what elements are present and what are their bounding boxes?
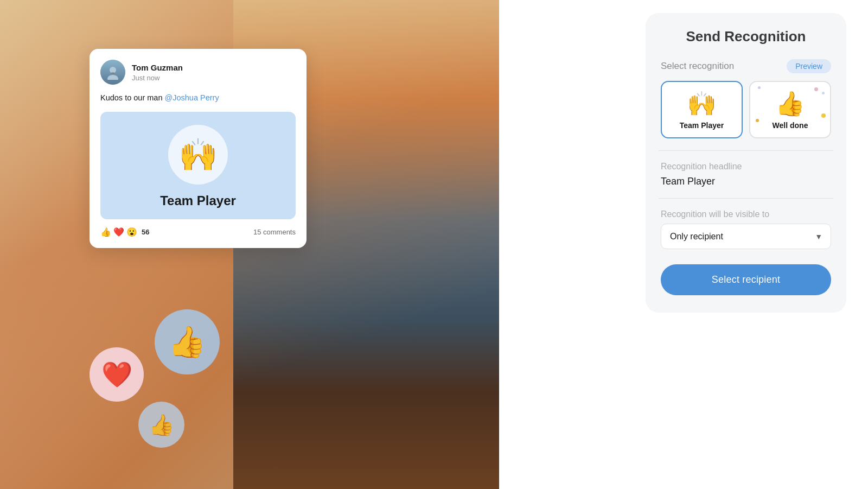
headline-label: Recognition headline — [661, 162, 831, 172]
select-recipient-button[interactable]: Select recipient — [661, 264, 831, 295]
team-player-emoji: 🙌 — [687, 92, 717, 116]
recognition-options: 🙌 Team Player 👍 Well done — [661, 81, 831, 138]
floating-thumbs-small: 👍 — [138, 402, 184, 448]
mention-link[interactable]: @Joshua Perry — [165, 93, 219, 102]
visibility-dropdown[interactable]: Only recipient Everyone Team only — [661, 224, 831, 249]
thumbs-large-icon: 👍 — [168, 324, 206, 360]
well-done-emoji: 👍 — [775, 92, 805, 116]
comments-link[interactable]: 15 comments — [253, 228, 296, 236]
card-message: Kudos to our man @Joshua Perry — [100, 92, 296, 104]
card-time: Just now — [132, 74, 183, 82]
select-recognition-header: Select recognition Preview — [661, 59, 831, 73]
avatar — [100, 60, 125, 85]
send-recognition-panel: Send Recognition Select recognition Prev… — [646, 13, 846, 313]
heart-reaction-icon: ❤️ — [113, 227, 124, 237]
heart-icon: ❤️ — [101, 360, 132, 389]
card-message-text: Kudos to our man — [100, 93, 162, 102]
banner-title: Team Player — [160, 193, 236, 208]
floating-heart: ❤️ — [90, 347, 144, 402]
card-footer: 👍 ❤️ 😮 56 15 comments — [100, 227, 296, 237]
team-player-label: Team Player — [680, 121, 724, 130]
recognition-option-well-done[interactable]: 👍 Well done — [749, 81, 831, 138]
banner-circle: 🙌 — [168, 125, 228, 185]
reactions: 👍 ❤️ 😮 56 — [100, 227, 149, 237]
select-recognition-label: Select recognition — [661, 61, 734, 72]
divider-2 — [659, 198, 833, 199]
card-header: Tom Guzman Just now — [100, 60, 296, 85]
svg-rect-2 — [111, 72, 114, 74]
thumbs-reaction-icon: 👍 — [100, 227, 111, 237]
panel-title: Send Recognition — [661, 28, 831, 45]
thumbs-small-icon: 👍 — [149, 413, 174, 437]
recognition-option-team-player[interactable]: 🙌 Team Player — [661, 81, 743, 138]
reaction-count: 56 — [142, 228, 149, 236]
avatar-image — [100, 60, 125, 85]
svg-point-1 — [107, 75, 118, 80]
floating-thumbs-large: 👍 — [155, 309, 220, 374]
card-user-name: Tom Guzman — [132, 63, 183, 73]
visibility-label: Recognition will be visible to — [661, 209, 831, 219]
wow-reaction-icon: 😮 — [126, 227, 137, 237]
card-user-info: Tom Guzman Just now — [132, 63, 183, 82]
headline-value: Team Player — [661, 176, 831, 187]
recognition-banner: 🙌 Team Player — [100, 112, 296, 219]
visibility-dropdown-wrapper: Only recipient Everyone Team only ▼ — [661, 224, 831, 249]
preview-button[interactable]: Preview — [787, 59, 831, 73]
well-done-label: Well done — [773, 121, 808, 130]
social-card: Tom Guzman Just now Kudos to our man @Jo… — [90, 49, 307, 248]
divider-1 — [659, 150, 833, 151]
banner-emoji: 🙌 — [178, 136, 218, 173]
